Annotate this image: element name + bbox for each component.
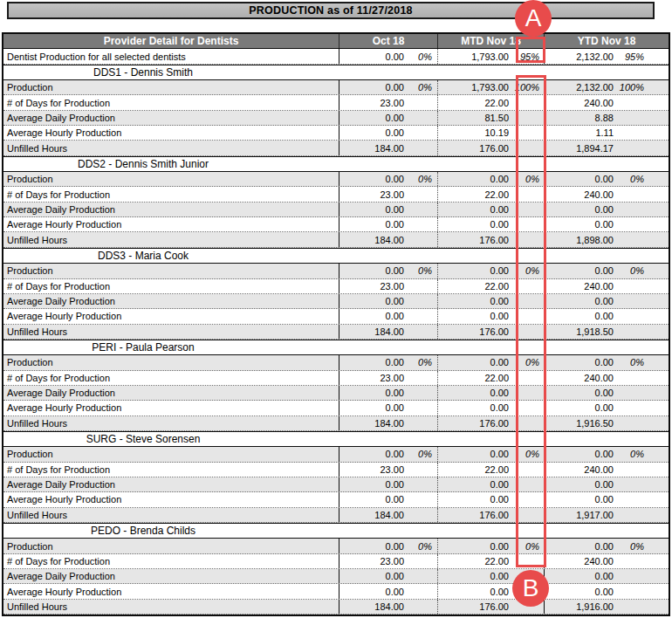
oct-percent: 0% xyxy=(404,82,432,93)
ytd-value: 240.00 xyxy=(545,556,614,566)
ytd-cell: 1.11 xyxy=(545,126,669,140)
oct-value: 184.00 xyxy=(339,143,404,154)
row-label: Unfilled Hours xyxy=(3,416,339,430)
provider-name: SURG - Steve Sorensen xyxy=(3,433,283,445)
oct-cell: 0.00 xyxy=(339,386,438,400)
summary-oct-cell: 0.00 0% xyxy=(339,49,438,63)
oct-value: 0.00 xyxy=(339,388,404,398)
table-row: Average Daily Production 0.00 81.50 8.88 xyxy=(3,111,669,126)
table-row: Average Hourly Production 0.00 0.00 0.00 xyxy=(3,309,669,324)
table-row: Unfilled Hours 184.00 176.00 1,917.00 xyxy=(3,508,669,523)
ytd-value: 240.00 xyxy=(545,281,614,292)
oct-percent: 0% xyxy=(404,541,432,552)
table-row: Average Daily Production 0.00 0.00 0.00 xyxy=(3,294,669,309)
ytd-cell: 8.88 xyxy=(545,111,669,125)
table-row: Average Hourly Production 0.00 0.00 0.00 xyxy=(3,401,669,415)
ytd-cell: 240.00 xyxy=(545,371,669,385)
mtd-value: 0.00 xyxy=(438,541,509,552)
row-label: Production xyxy=(3,172,339,186)
row-label: Average Daily Production xyxy=(3,111,339,125)
table-row: # of Days for Production 23.00 22.00 240… xyxy=(3,371,669,386)
ytd-value: 240.00 xyxy=(545,373,614,383)
oct-value: 0.00 xyxy=(339,541,404,552)
oct-cell: 184.00 xyxy=(339,416,438,430)
ytd-cell: 0.00 0% xyxy=(545,264,669,278)
ytd-cell: 0.00 0% xyxy=(545,447,669,461)
table-row: Average Daily Production 0.00 0.00 0.00 xyxy=(3,203,669,217)
ytd-cell: 1,918.50 xyxy=(545,325,669,339)
row-label: # of Days for Production xyxy=(3,463,339,477)
mtd-value: 176.00 xyxy=(438,326,509,337)
ytd-value: 8.88 xyxy=(545,113,614,123)
mtd-value: 0.00 xyxy=(438,311,509,321)
ytd-cell: 0.00 xyxy=(545,203,669,216)
mtd-value: 176.00 xyxy=(438,143,509,154)
ytd-value: 0.00 xyxy=(545,388,614,398)
provider-section-header: DDS1 - Dennis Smith xyxy=(3,65,669,80)
oct-cell: 23.00 xyxy=(339,554,438,568)
mtd-value: 0.00 xyxy=(438,219,509,230)
ytd-value: 1.11 xyxy=(545,127,614,138)
ytd-value: 0.00 xyxy=(545,449,614,459)
ytd-value: 0.00 xyxy=(545,357,614,367)
ytd-value: 0.00 xyxy=(545,541,614,552)
ytd-cell: 0.00 xyxy=(545,569,669,583)
ytd-value: 2,132.00 xyxy=(545,52,614,62)
row-label: Average Hourly Production xyxy=(3,492,339,506)
oct-value: 0.00 xyxy=(339,479,404,490)
provider-section-header: DDS2 - Dennis Smith Junior xyxy=(3,156,669,172)
ytd-value: 1,918.50 xyxy=(545,326,614,337)
oct-percent: 0% xyxy=(404,52,432,62)
ytd-percent: 0% xyxy=(614,449,644,459)
oct-cell: 23.00 xyxy=(339,279,438,293)
table-row: Production 0.00 0% 0.00 0% 0.00 0% xyxy=(3,172,669,187)
row-label: Average Daily Production xyxy=(3,477,339,491)
oct-percent: 0% xyxy=(404,265,432,276)
mtd-value: 22.00 xyxy=(438,556,509,566)
oct-value: 23.00 xyxy=(339,464,404,475)
table-row: Average Daily Production 0.00 0.00 0.00 xyxy=(3,569,669,584)
oct-cell: 184.00 xyxy=(339,325,438,339)
oct-cell: 184.00 xyxy=(339,600,438,614)
provider-name: DDS2 - Dennis Smith Junior xyxy=(3,158,283,170)
mtd-value: 10.19 xyxy=(438,127,509,138)
row-label: Unfilled Hours xyxy=(3,508,339,522)
oct-cell: 0.00 xyxy=(339,569,438,583)
ytd-value: 2,132.00 xyxy=(545,82,614,93)
mtd-value: 22.00 xyxy=(438,281,509,292)
oct-cell: 0.00 xyxy=(339,217,438,231)
table-row: Average Hourly Production 0.00 10.19 1.1… xyxy=(3,126,669,141)
oct-percent: 0% xyxy=(404,357,432,367)
marker-b-letter: B xyxy=(523,574,539,602)
ytd-cell: 0.00 0% xyxy=(545,355,669,369)
table-row: Production 0.00 0% 0.00 0% 0.00 0% xyxy=(3,539,669,553)
ytd-cell: 0.00 xyxy=(545,294,669,308)
ytd-value: 0.00 xyxy=(545,296,614,306)
mtd-value: 1,793.00 xyxy=(438,52,509,62)
column-header-provider: Provider Detail for Dentists xyxy=(3,34,339,48)
production-table: Provider Detail for Dentists Oct 18 MTD … xyxy=(2,32,670,616)
table-row: Average Daily Production 0.00 0.00 0.00 xyxy=(3,477,669,492)
row-label: Production xyxy=(3,80,339,94)
provider-name: PERI - Paula Pearson xyxy=(3,341,283,354)
table-row: # of Days for Production 23.00 22.00 240… xyxy=(3,279,669,294)
table-row: Production 0.00 0% 0.00 0% 0.00 0% xyxy=(3,264,669,278)
ytd-cell: 1,916.00 xyxy=(545,600,669,614)
oct-value: 0.00 xyxy=(339,52,404,62)
oct-percent: 0% xyxy=(404,449,432,459)
oct-value: 23.00 xyxy=(339,189,404,200)
table-row: Unfilled Hours 184.00 176.00 1,894.17 xyxy=(3,141,669,155)
ytd-value: 0.00 xyxy=(545,174,614,184)
ytd-cell: 0.00 xyxy=(545,401,669,415)
oct-cell: 184.00 xyxy=(339,508,438,522)
callout-marker-b: B xyxy=(512,570,549,607)
oct-value: 184.00 xyxy=(339,326,404,337)
row-label: Unfilled Hours xyxy=(3,232,339,246)
ytd-percent: 0% xyxy=(614,174,644,184)
oct-value: 0.00 xyxy=(339,174,404,184)
oct-cell: 0.00 0% xyxy=(339,447,438,461)
oct-cell: 0.00 0% xyxy=(339,80,438,94)
ytd-percent: 95% xyxy=(614,52,644,62)
table-row: Average Hourly Production 0.00 0.00 0.00 xyxy=(3,217,669,232)
oct-value: 0.00 xyxy=(339,296,404,306)
